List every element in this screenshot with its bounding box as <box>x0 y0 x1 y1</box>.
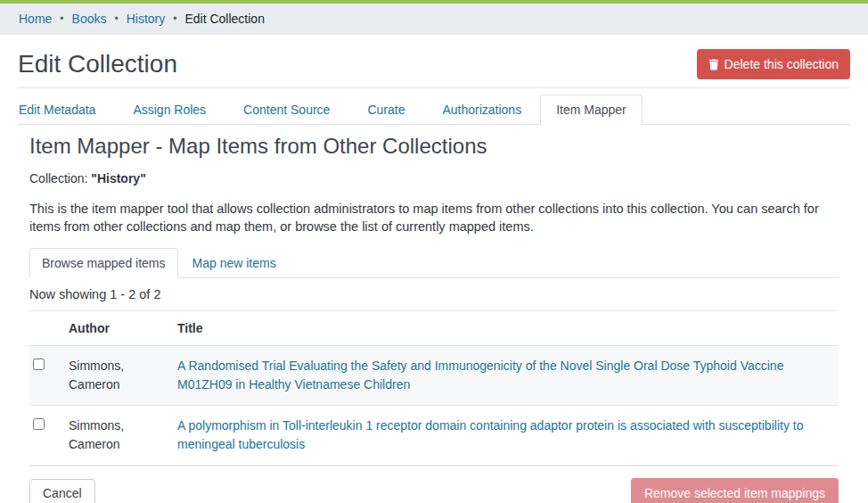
page-title: Edit Collection <box>18 49 177 79</box>
table-header-row: Author Title <box>29 311 839 346</box>
item-title-link[interactable]: A Randomised Trial Evaluating the Safety… <box>177 359 783 392</box>
tab-item-mapper[interactable]: Item Mapper <box>540 95 643 125</box>
column-header-author: Author <box>61 311 170 346</box>
subtab-map-new-items[interactable]: Map new items <box>178 248 291 278</box>
title-divider <box>18 87 850 88</box>
remove-selected-mappings-button[interactable]: Remove selected item mappings <box>631 478 839 503</box>
delete-collection-button-label: Delete this collection <box>725 56 839 72</box>
title-row: Edit Collection Delete this collection <box>18 49 850 79</box>
author-cell: Simmons, Cameron <box>61 346 170 406</box>
breadcrumb: Home • Books • History • Edit Collection <box>0 4 868 35</box>
row-checkbox[interactable] <box>33 359 45 370</box>
breadcrumb-separator: • <box>173 12 176 25</box>
column-header-select <box>29 311 61 346</box>
subtab-browse-mapped-items[interactable]: Browse mapped items <box>29 248 178 278</box>
trash-icon <box>708 59 719 70</box>
collection-label: Collection: <box>29 171 91 186</box>
item-mapper-subtabs: Browse mapped items Map new items <box>29 248 839 278</box>
item-mapper-heading: Item Mapper - Map Items from Other Colle… <box>29 134 839 159</box>
table-row: Simmons, Cameron A polymorphism in Toll-… <box>29 406 839 466</box>
row-checkbox[interactable] <box>33 418 45 430</box>
mapped-items-table: Author Title Simmons, Cameron A Randomis… <box>29 310 839 466</box>
table-row: Simmons, Cameron A Randomised Trial Eval… <box>29 346 839 406</box>
item-mapper-section: Item Mapper - Map Items from Other Colle… <box>18 134 850 503</box>
collection-edit-tabs: Edit Metadata Assign Roles Content Sourc… <box>18 95 850 125</box>
author-cell: Simmons, Cameron <box>61 406 170 466</box>
item-title-link[interactable]: A polymorphism in Toll-interleukin 1 rec… <box>177 418 803 451</box>
tab-curate[interactable]: Curate <box>348 95 423 125</box>
breadcrumb-link-history[interactable]: History <box>127 12 166 26</box>
footer-actions: Cancel Remove selected item mappings <box>29 478 839 503</box>
breadcrumb-link-books[interactable]: Books <box>72 12 107 26</box>
tab-content-source[interactable]: Content Source <box>225 95 348 125</box>
cancel-button[interactable]: Cancel <box>29 479 95 503</box>
breadcrumb-link-home[interactable]: Home <box>19 12 52 26</box>
breadcrumb-separator: • <box>60 12 63 25</box>
table-bottom-divider <box>29 466 839 466</box>
column-header-title: Title <box>170 311 839 346</box>
breadcrumb-current: Edit Collection <box>184 12 265 26</box>
results-count: Now showing 1 - 2 of 2 <box>29 287 839 301</box>
collection-name: "History" <box>91 171 146 186</box>
breadcrumb-separator: • <box>114 12 118 25</box>
edit-collection-page: Home • Books • History • Edit Collection… <box>0 0 868 503</box>
delete-collection-button[interactable]: Delete this collection <box>697 49 850 79</box>
tab-edit-metadata[interactable]: Edit Metadata <box>18 95 114 125</box>
collection-line: Collection: "History" <box>29 171 839 186</box>
tab-assign-roles[interactable]: Assign Roles <box>114 95 225 125</box>
item-mapper-description: This is the item mapper tool that allows… <box>29 200 839 236</box>
tab-authorizations[interactable]: Authorizations <box>423 95 540 125</box>
